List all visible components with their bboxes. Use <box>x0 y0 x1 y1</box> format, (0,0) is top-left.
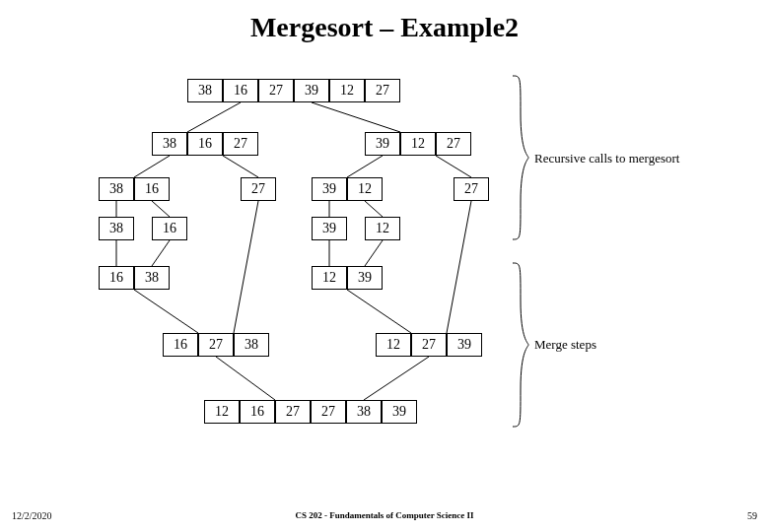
array-cell: 38 <box>234 333 269 357</box>
array-cell: 38 <box>152 132 187 156</box>
svg-line-14 <box>134 290 198 333</box>
array-cell: 27 <box>258 79 294 102</box>
array-cell: 38 <box>187 79 223 102</box>
array-cell: 27 <box>436 132 471 156</box>
array-cell: 27 <box>198 333 234 357</box>
array-cell: 39 <box>312 217 347 240</box>
array-cell: 27 <box>311 400 346 424</box>
svg-line-15 <box>234 201 258 333</box>
array-cell: 12 <box>347 177 383 201</box>
array-cell: 38 <box>346 400 382 424</box>
svg-line-1 <box>312 102 400 132</box>
footer: 12/2/2020 CS 202 - Fundamentals of Compu… <box>0 510 769 524</box>
svg-line-9 <box>365 201 383 217</box>
footer-pageno: 59 <box>747 510 757 521</box>
array-cell: 27 <box>223 132 258 156</box>
brace-merge <box>511 261 530 429</box>
array-cell: 39 <box>312 177 347 201</box>
array-cell: 16 <box>163 333 198 357</box>
svg-line-17 <box>447 201 471 333</box>
array-cell: 38 <box>99 217 134 240</box>
array-cell: 39 <box>365 132 400 156</box>
array-cell: 27 <box>365 79 400 102</box>
array-cell: 16 <box>99 266 134 290</box>
svg-line-11 <box>152 240 170 266</box>
array-cell: 12 <box>312 266 347 290</box>
array-cell: 27 <box>411 333 447 357</box>
array-cell: 39 <box>347 266 383 290</box>
svg-line-19 <box>364 357 429 400</box>
array-cell: 39 <box>447 333 482 357</box>
svg-line-3 <box>223 156 258 177</box>
array-cell: 39 <box>294 79 329 102</box>
array-cell: 16 <box>187 132 223 156</box>
array-cell: 12 <box>376 333 411 357</box>
array-cell: 27 <box>454 177 489 201</box>
array-cell: 38 <box>99 177 134 201</box>
label-merge: Merge steps <box>534 337 596 353</box>
array-cell: 16 <box>134 177 170 201</box>
label-recursive: Recursive calls to mergesort <box>534 151 679 166</box>
svg-line-16 <box>347 290 411 333</box>
array-cell: 16 <box>223 79 258 102</box>
svg-line-4 <box>347 156 383 177</box>
array-cell: 12 <box>400 132 436 156</box>
mergesort-diagram: Recursive calls to mergesort Merge steps… <box>59 69 690 483</box>
array-cell: 12 <box>365 217 400 240</box>
brace-recursive <box>511 74 530 241</box>
array-cell: 39 <box>382 400 417 424</box>
svg-line-18 <box>216 357 275 400</box>
array-cell: 16 <box>152 217 187 240</box>
svg-line-13 <box>365 240 383 266</box>
array-cell: 27 <box>241 177 276 201</box>
array-cell: 38 <box>134 266 170 290</box>
footer-course: CS 202 - Fundamentals of Computer Scienc… <box>0 510 769 520</box>
array-cell: 27 <box>275 400 311 424</box>
slide-title: Mergesort – Example2 <box>0 12 769 43</box>
array-cell: 16 <box>240 400 275 424</box>
svg-line-2 <box>134 156 170 177</box>
svg-line-5 <box>436 156 471 177</box>
array-cell: 12 <box>204 400 240 424</box>
array-cell: 12 <box>329 79 365 102</box>
svg-line-7 <box>152 201 170 217</box>
svg-line-0 <box>187 102 241 132</box>
